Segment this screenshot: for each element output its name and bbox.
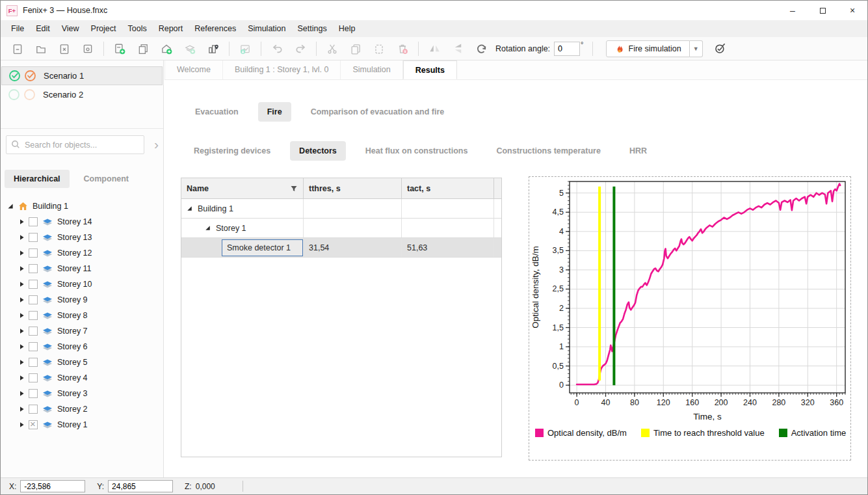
expander-closed-icon[interactable] (19, 297, 25, 303)
redo-icon[interactable] (291, 40, 310, 58)
tree-item-storey[interactable]: Storey 5 (1, 355, 163, 370)
visibility-checkbox[interactable] (29, 420, 38, 429)
expander-closed-icon[interactable] (19, 359, 25, 366)
expander-closed-icon[interactable] (19, 265, 25, 272)
expander-closed-icon[interactable] (19, 343, 25, 350)
visibility-checkbox[interactable] (29, 342, 38, 351)
expander-open-icon[interactable] (7, 203, 14, 209)
close-file-icon[interactable] (55, 40, 74, 58)
expander-closed-icon[interactable] (19, 406, 25, 412)
tab-comparison[interactable]: Comparison of evacuation and fire (302, 102, 454, 122)
new-file-icon[interactable] (8, 40, 27, 58)
tab-registering-devices[interactable]: Registering devices (185, 141, 280, 161)
expander-closed-icon[interactable] (19, 219, 25, 225)
copy-icon[interactable] (346, 40, 365, 58)
tree-item-storey[interactable]: Storey 6 (1, 339, 163, 355)
table-row-storey[interactable]: Storey 1 (181, 219, 501, 238)
tree-item-storey[interactable]: Storey 1 (1, 417, 163, 433)
visibility-checkbox[interactable] (29, 217, 38, 226)
visibility-checkbox[interactable] (29, 311, 38, 320)
fire-simulation-dropdown[interactable]: ▼ (690, 40, 703, 57)
tab-fire[interactable]: Fire (258, 102, 291, 122)
tab-detectors[interactable]: Detectors (290, 141, 346, 161)
tab-hrr[interactable]: HRR (620, 141, 656, 161)
menu-file[interactable]: File (5, 21, 30, 36)
tree-item-storey[interactable]: Storey 10 (1, 276, 163, 292)
expander-closed-icon[interactable] (19, 421, 25, 428)
search-input[interactable] (6, 135, 144, 154)
filter-icon[interactable] (290, 185, 298, 193)
tree-item-storey[interactable]: Storey 7 (1, 323, 163, 339)
scenario-item-2[interactable]: Scenario 2 (1, 85, 163, 104)
table-row-building[interactable]: Building 1 (181, 199, 501, 219)
visibility-checkbox[interactable] (29, 280, 38, 289)
tree-item-storey[interactable]: Storey 2 (1, 401, 163, 417)
menu-report[interactable]: Report (153, 21, 189, 36)
x-coordinate-input[interactable] (20, 480, 85, 492)
search-expand-chevron[interactable]: › (154, 136, 159, 153)
visibility-checkbox[interactable] (29, 358, 38, 367)
visibility-checkbox[interactable] (29, 405, 38, 414)
menu-view[interactable]: View (56, 21, 85, 36)
visibility-checkbox[interactable] (29, 295, 38, 304)
visibility-checkbox[interactable] (29, 248, 38, 258)
fire-simulation-button[interactable]: Fire simulation (606, 40, 690, 57)
column-header-name[interactable]: Name (181, 178, 304, 198)
menu-tools[interactable]: Tools (122, 21, 152, 36)
expander-closed-icon[interactable] (19, 281, 25, 288)
scenario-item-1[interactable]: Scenario 1 (1, 66, 163, 85)
flip-vertical-icon[interactable] (448, 40, 467, 58)
menu-settings[interactable]: Settings (292, 21, 333, 36)
expander-open-icon[interactable] (205, 225, 211, 231)
tree-item-building[interactable]: Building 1 (1, 198, 163, 214)
menu-edit[interactable]: Edit (30, 21, 56, 36)
tab-hierarchical[interactable]: Hierarchical (5, 170, 70, 188)
tree-item-storey[interactable]: Storey 3 (1, 386, 163, 401)
copy-scenario-icon[interactable] (133, 40, 153, 58)
rotation-angle-input[interactable] (554, 42, 580, 56)
flip-horizontal-icon[interactable] (425, 40, 444, 58)
expander-closed-icon[interactable] (19, 328, 25, 334)
expander-closed-icon[interactable] (19, 250, 25, 256)
expander-closed-icon[interactable] (19, 375, 25, 381)
check-project-icon[interactable] (711, 40, 730, 58)
add-layer-icon[interactable] (180, 40, 200, 58)
expander-closed-icon[interactable] (19, 234, 25, 241)
column-header-tthres[interactable]: tthres, s (304, 178, 402, 198)
delete-icon[interactable] (393, 40, 412, 58)
tree-item-storey[interactable]: Storey 13 (1, 230, 163, 245)
add-scenario-icon[interactable] (110, 40, 129, 58)
open-file-icon[interactable] (31, 40, 51, 58)
tab-evacuation[interactable]: Evacuation (186, 102, 248, 122)
tab-results[interactable]: Results (403, 60, 457, 79)
expander-closed-icon[interactable] (19, 312, 25, 319)
tree-item-storey[interactable]: Storey 12 (1, 245, 163, 261)
undo-icon[interactable] (267, 40, 287, 58)
cut-icon[interactable] (322, 40, 342, 58)
tab-welcome[interactable]: Welcome (164, 60, 223, 79)
y-coordinate-input[interactable] (108, 480, 173, 492)
tree-item-storey[interactable]: Storey 11 (1, 261, 163, 276)
rotate-icon[interactable] (471, 40, 491, 58)
menu-simulation[interactable]: Simulation (242, 21, 291, 36)
tab-constructions-temperature[interactable]: Constructions temperature (487, 141, 609, 161)
expander-open-icon[interactable] (187, 206, 192, 211)
tab-component[interactable]: Component (75, 170, 138, 188)
visibility-checkbox[interactable] (29, 264, 38, 273)
paste-icon[interactable] (369, 40, 389, 58)
tree-item-storey[interactable]: Storey 14 (1, 214, 163, 230)
column-header-tact[interactable]: tact, s (402, 178, 494, 198)
tree-item-storey[interactable]: Storey 9 (1, 292, 163, 308)
visibility-checkbox[interactable] (29, 233, 38, 242)
tab-building-storey[interactable]: Building 1 : Storey 1, lvl. 0 (223, 60, 341, 79)
close-button[interactable]: × (837, 1, 867, 20)
table-row-smoke-detector[interactable]: Smoke detector 1 31,54 51,63 (181, 238, 501, 258)
tree-item-storey[interactable]: Storey 8 (1, 308, 163, 323)
expander-closed-icon[interactable] (19, 390, 25, 397)
import-image-icon[interactable] (235, 40, 255, 58)
visibility-checkbox[interactable] (29, 327, 38, 336)
menu-project[interactable]: Project (85, 21, 122, 36)
maximize-button[interactable] (808, 1, 837, 20)
menu-help[interactable]: Help (333, 21, 362, 36)
minimize-button[interactable]: – (778, 1, 808, 20)
